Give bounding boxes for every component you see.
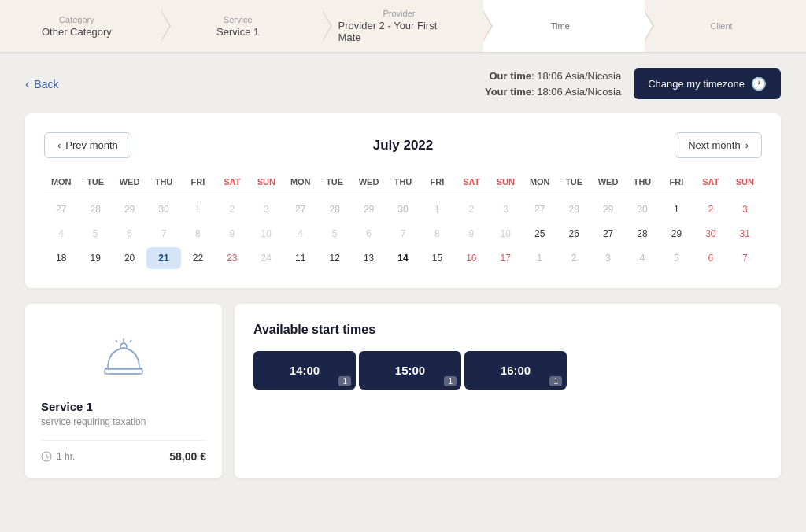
day-cell[interactable]: 30 xyxy=(693,223,727,246)
day-cell[interactable]: 18 xyxy=(44,247,78,270)
our-time-value: 18:06 Asia/Nicosia xyxy=(537,70,621,82)
day-cell: 6 xyxy=(113,223,146,246)
day-cell: 1 xyxy=(523,247,556,270)
day-cell[interactable]: 28 xyxy=(625,223,659,246)
divider xyxy=(44,190,283,190)
calendar-card: ‹ Prev month July 2022 Next month › MON … xyxy=(25,113,781,288)
day-cell[interactable]: 12 xyxy=(317,247,351,270)
mon-header: MON xyxy=(523,174,556,190)
day-cell[interactable]: 22 xyxy=(181,247,215,270)
prev-month-button[interactable]: ‹ Prev month xyxy=(44,132,131,158)
change-tz-label: Change my timezone xyxy=(648,78,745,90)
days-grid-2: 27 28 29 30 1 2 3 4 5 6 7 8 9 10 11 12 1 xyxy=(283,198,523,269)
svg-rect-4 xyxy=(105,369,142,374)
wed-header: WED xyxy=(352,174,386,190)
arrow-white-decoration xyxy=(482,11,491,41)
clock-icon xyxy=(41,451,52,462)
day-cell: 30 xyxy=(386,198,420,221)
day-cell: 28 xyxy=(317,198,351,221)
tue-header: TUE xyxy=(78,174,112,190)
time-slot-label: 16:00 xyxy=(488,364,543,377)
day-cell: 2 xyxy=(454,198,488,221)
day-cell-today[interactable]: 14 xyxy=(386,247,420,270)
day-cell[interactable]: 3 xyxy=(728,198,762,221)
your-time: Your time: 18:06 Asia/Nicosia xyxy=(485,84,621,100)
service-bell-icon xyxy=(92,335,155,382)
day-cell: 3 xyxy=(591,247,625,270)
month-grid-2: MON TUE WED THU FRI SAT SUN 27 28 29 30 … xyxy=(283,174,523,269)
day-cell: 24 xyxy=(250,247,283,270)
day-cell: 1 xyxy=(420,198,454,221)
day-cell-selected[interactable]: 21 xyxy=(146,247,180,270)
day-cell: 28 xyxy=(556,198,590,221)
sun-header: SUN xyxy=(728,174,762,190)
slot-badge: 1 xyxy=(549,376,562,386)
time-slot-2[interactable]: 15:00 1 xyxy=(359,351,461,390)
provider-value: Provider 2 - Your First Mate xyxy=(338,20,460,43)
day-cell[interactable]: 28 xyxy=(78,198,112,221)
day-cell: 6 xyxy=(352,223,386,246)
day-cell[interactable]: 27 xyxy=(44,198,78,221)
breadcrumb-client[interactable]: Client xyxy=(645,0,806,52)
arrow-white-decoration xyxy=(161,11,169,41)
day-cell[interactable]: 19 xyxy=(78,247,112,270)
breadcrumb-provider[interactable]: Provider Provider 2 - Your First Mate xyxy=(323,0,484,52)
time-label: Time xyxy=(551,21,570,31)
fri-header: FRI xyxy=(660,174,693,190)
day-cell: 27 xyxy=(283,198,317,221)
days-grid-1: 27 28 29 30 1 2 3 4 5 6 7 8 9 10 18 19 2 xyxy=(44,198,283,269)
top-bar: ‹ Back Our time: 18:06 Asia/Nicosia Your… xyxy=(25,68,781,99)
day-cell[interactable]: 29 xyxy=(113,198,146,221)
time-slot-1[interactable]: 14:00 1 xyxy=(253,351,356,390)
day-cell[interactable]: 31 xyxy=(728,223,762,246)
day-cell[interactable]: 26 xyxy=(556,223,590,246)
day-cell[interactable]: 11 xyxy=(283,247,317,270)
day-cell[interactable]: 25 xyxy=(523,223,556,246)
duration-value: 1 hr. xyxy=(57,451,75,462)
available-times-title: Available start times xyxy=(253,323,762,337)
month-grid-1: MON TUE WED THU FRI SAT SUN 27 28 29 30 … xyxy=(44,174,283,269)
day-cell: 10 xyxy=(489,223,523,246)
your-time-value: 18:06 Asia/Nicosia xyxy=(537,86,621,98)
day-cell[interactable]: 23 xyxy=(215,247,249,270)
provider-label: Provider xyxy=(383,9,416,18)
time-slots-container: 14:00 1 15:00 1 16:00 1 xyxy=(253,351,762,390)
arrow-white-decoration xyxy=(322,11,331,41)
day-headers-3: MON TUE WED THU FRI SAT SUN xyxy=(523,174,762,195)
day-cell[interactable]: 30 xyxy=(146,198,180,221)
service-description: service requiring taxation xyxy=(41,416,206,427)
day-cell: 7 xyxy=(728,247,762,270)
day-cell[interactable]: 1 xyxy=(660,198,693,221)
day-cell: 4 xyxy=(283,223,317,246)
day-cell: 29 xyxy=(352,198,386,221)
day-cell[interactable]: 15 xyxy=(420,247,454,270)
day-cell[interactable]: 29 xyxy=(660,223,693,246)
calendar-nav: ‹ Prev month July 2022 Next month › xyxy=(44,132,762,158)
breadcrumb-service[interactable]: Service Service 1 xyxy=(161,0,323,52)
day-cell[interactable]: 2 xyxy=(693,198,727,221)
day-cell: 8 xyxy=(181,223,215,246)
day-cell: 5 xyxy=(78,223,112,246)
day-cell: 9 xyxy=(215,223,249,246)
your-time-label: Your time xyxy=(485,86,531,98)
day-cell: 10 xyxy=(250,223,283,246)
sun-header: SUN xyxy=(250,174,283,190)
thu-header: THU xyxy=(386,174,420,190)
breadcrumb-time[interactable]: Time xyxy=(483,0,645,52)
change-timezone-button[interactable]: Change my timezone 🕐 xyxy=(634,68,781,99)
breadcrumb-category[interactable]: Category Other Category xyxy=(0,0,161,52)
day-cell: 27 xyxy=(523,198,556,221)
next-month-button[interactable]: Next month › xyxy=(675,132,762,158)
back-button[interactable]: ‹ Back xyxy=(25,77,58,91)
day-cell[interactable]: 17 xyxy=(489,247,523,270)
day-cell[interactable]: 16 xyxy=(454,247,488,270)
day-cell[interactable]: 27 xyxy=(591,223,625,246)
day-cell: 5 xyxy=(660,247,693,270)
time-slot-3[interactable]: 16:00 1 xyxy=(464,351,567,390)
fri-header: FRI xyxy=(420,174,454,190)
day-cell[interactable]: 20 xyxy=(113,247,146,270)
day-cell: 3 xyxy=(250,198,283,221)
day-cell: 3 xyxy=(489,198,523,221)
day-cell[interactable]: 13 xyxy=(352,247,386,270)
service-label: Service xyxy=(224,15,253,24)
